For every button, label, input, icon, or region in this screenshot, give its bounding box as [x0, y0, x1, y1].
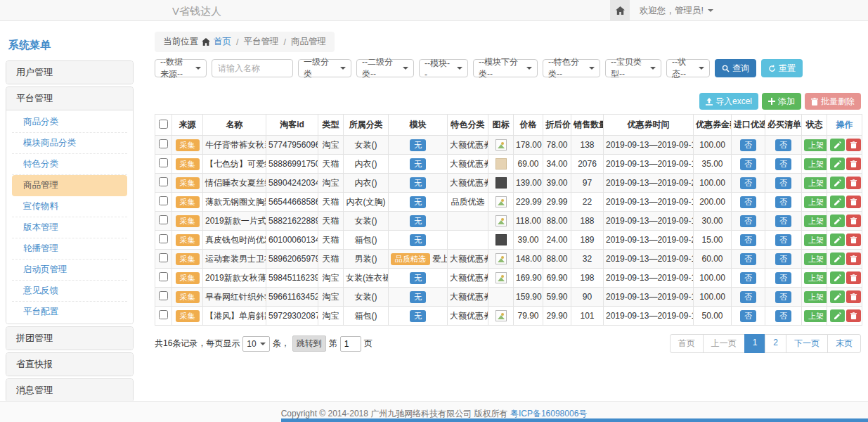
row-checkbox[interactable]	[159, 177, 168, 186]
pager-first[interactable]: 首页	[670, 334, 704, 353]
edit-button[interactable]	[830, 234, 845, 246]
row-checkbox[interactable]	[159, 272, 168, 281]
delete-button[interactable]	[846, 215, 861, 227]
delete-button[interactable]	[846, 309, 861, 322]
row-checkbox[interactable]	[159, 291, 168, 300]
home-button[interactable]	[610, 0, 630, 21]
pager-last[interactable]: 末页	[827, 334, 861, 353]
import-select-badge[interactable]: 否	[740, 253, 756, 265]
edit-button[interactable]	[830, 215, 845, 227]
delete-button[interactable]	[846, 139, 861, 151]
status-badge[interactable]: 上架	[804, 139, 827, 151]
edit-button[interactable]	[830, 252, 845, 265]
edit-button[interactable]	[830, 196, 845, 208]
select-all-checkbox[interactable]	[159, 120, 168, 129]
must-buy-badge[interactable]: 否	[775, 177, 791, 189]
edit-button[interactable]	[830, 309, 845, 322]
filter-select-level1-category[interactable]: 一级分类	[298, 59, 351, 77]
import-select-badge[interactable]: 否	[740, 139, 756, 151]
import-select-badge[interactable]: 否	[740, 291, 756, 303]
row-checkbox[interactable]	[159, 253, 168, 262]
sidebar-item-message[interactable]: 消息管理	[6, 379, 133, 401]
edit-button[interactable]	[830, 290, 845, 303]
status-badge[interactable]: 上架	[804, 158, 827, 170]
delete-button[interactable]	[846, 290, 861, 303]
import-select-badge[interactable]: 否	[740, 177, 756, 189]
sidebar-item-users[interactable]: 用户管理	[6, 61, 133, 84]
filter-select-data-source[interactable]: --数据来源--	[155, 59, 207, 77]
status-badge[interactable]: 上架	[804, 196, 827, 208]
status-badge[interactable]: 上架	[804, 253, 827, 265]
status-badge[interactable]: 上架	[804, 291, 827, 303]
status-badge[interactable]: 上架	[804, 272, 827, 284]
must-buy-badge[interactable]: 否	[775, 139, 791, 151]
pager-prev[interactable]: 上一页	[703, 334, 745, 353]
status-badge[interactable]: 上架	[804, 310, 827, 322]
status-badge[interactable]: 上架	[804, 234, 827, 246]
edit-button[interactable]	[830, 271, 845, 284]
sidebar-item-module-product-category[interactable]: 模块商品分类	[12, 133, 127, 154]
sidebar-item-product-category[interactable]: 商品分类	[12, 112, 127, 133]
edit-button[interactable]	[830, 177, 845, 189]
delete-button[interactable]	[846, 158, 861, 170]
import-select-badge[interactable]: 否	[740, 158, 756, 170]
sidebar-item-product-management[interactable]: 商品管理	[12, 175, 127, 196]
delete-button[interactable]	[846, 271, 861, 284]
jump-to-button[interactable]: 跳转到	[292, 335, 326, 352]
sidebar-item-promo-material[interactable]: 宣传物料	[12, 196, 127, 217]
must-buy-badge[interactable]: 否	[775, 253, 791, 265]
pager-page-1[interactable]: 1	[744, 334, 766, 353]
sidebar-item-splash-management[interactable]: 启动页管理	[12, 260, 127, 281]
import-select-badge[interactable]: 否	[740, 310, 756, 322]
filter-select-item-type[interactable]: --宝贝类型--	[605, 59, 661, 77]
icp-link[interactable]: 粤ICP备16098006号	[510, 409, 587, 418]
row-checkbox[interactable]	[159, 215, 168, 224]
reset-button[interactable]: 重置	[761, 59, 803, 77]
must-buy-badge[interactable]: 否	[775, 215, 791, 227]
delete-button[interactable]	[846, 252, 861, 265]
must-buy-badge[interactable]: 否	[775, 196, 791, 208]
sidebar-item-platform-config[interactable]: 平台配置	[12, 302, 127, 322]
filter-select-feature-category[interactable]: --特色分类--	[543, 59, 600, 77]
must-buy-badge[interactable]: 否	[775, 310, 791, 322]
sidebar-item-groupbuy[interactable]: 拼团管理	[6, 327, 133, 350]
must-buy-badge[interactable]: 否	[775, 234, 791, 246]
batch-delete-button[interactable]: 批量删除	[805, 93, 861, 110]
name-search-input[interactable]	[212, 59, 293, 77]
delete-button[interactable]	[846, 234, 861, 246]
user-menu[interactable]: 欢迎您，管理员!	[630, 5, 723, 17]
status-badge[interactable]: 上架	[804, 177, 827, 189]
filter-select-level2-category[interactable]: --二级分类--	[356, 59, 414, 77]
sidebar-item-feedback[interactable]: 意见反馈	[12, 281, 127, 302]
sidebar-item-version-management[interactable]: 版本管理	[12, 217, 127, 238]
row-checkbox[interactable]	[159, 196, 168, 205]
filter-select-status[interactable]: --状态--	[666, 59, 710, 77]
per-page-select[interactable]: 10	[242, 336, 269, 352]
sidebar-item-feature-category[interactable]: 特色分类	[12, 154, 127, 175]
delete-button[interactable]	[846, 177, 861, 189]
edit-button[interactable]	[830, 158, 845, 170]
import-select-badge[interactable]: 否	[740, 234, 756, 246]
pager-next[interactable]: 下一页	[786, 334, 828, 353]
row-checkbox[interactable]	[159, 234, 168, 243]
search-button[interactable]: 查询	[715, 59, 756, 77]
must-buy-badge[interactable]: 否	[775, 158, 791, 170]
row-checkbox[interactable]	[159, 158, 168, 167]
add-button[interactable]: 添加	[762, 93, 801, 110]
filter-select-module[interactable]: --模块--	[419, 59, 468, 77]
page-number-input[interactable]	[340, 336, 361, 352]
sidebar-item-express[interactable]: 省直快报	[6, 353, 133, 376]
sidebar-item-carousel-management[interactable]: 轮播管理	[12, 238, 127, 260]
status-badge[interactable]: 上架	[804, 215, 827, 227]
sidebar-item-platform[interactable]: 平台管理	[6, 87, 133, 110]
pager-page-2[interactable]: 2	[765, 334, 786, 353]
must-buy-badge[interactable]: 否	[775, 291, 791, 303]
row-checkbox[interactable]	[159, 310, 168, 319]
breadcrumb-home-link[interactable]: 首页	[214, 36, 231, 48]
import-select-badge[interactable]: 否	[740, 196, 756, 208]
delete-button[interactable]	[846, 196, 861, 208]
row-checkbox[interactable]	[159, 139, 168, 148]
import-select-badge[interactable]: 否	[740, 215, 756, 227]
import-select-badge[interactable]: 否	[740, 272, 756, 284]
import-excel-button[interactable]: 导入excel	[699, 93, 758, 110]
